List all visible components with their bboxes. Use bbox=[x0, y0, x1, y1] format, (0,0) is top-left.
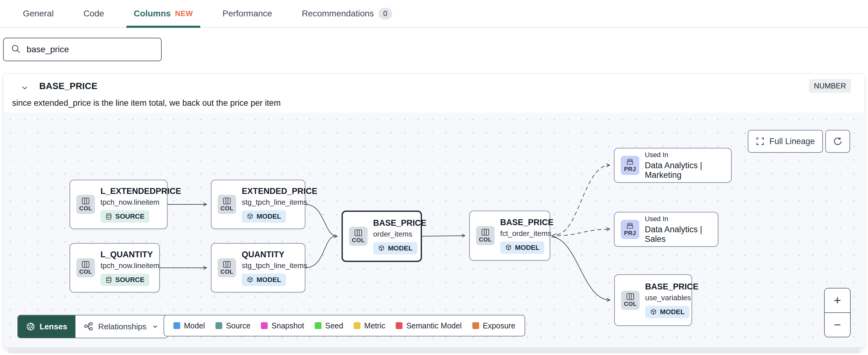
lineage-node-l-extendedprice[interactable]: COL L_EXTENDEDPRICE tpch_now.lineitem SO… bbox=[69, 180, 167, 229]
col-badge: COL bbox=[76, 195, 95, 214]
lineage-edges bbox=[4, 113, 865, 347]
legend-item-seed: Seed bbox=[315, 321, 343, 330]
node-title: EXTENDED_PRICE bbox=[242, 186, 317, 196]
node-title: L_QUANTITY bbox=[100, 250, 153, 260]
columns-icon bbox=[82, 261, 90, 268]
aperture-icon bbox=[26, 322, 35, 331]
lineage-canvas[interactable]: COL L_EXTENDEDPRICE tpch_now.lineitem SO… bbox=[4, 113, 865, 347]
legend-swatch bbox=[174, 322, 180, 329]
node-title: BASE_PRICE bbox=[645, 282, 699, 292]
tab-bar: General Code Columns NEW Performance Rec… bbox=[0, 0, 868, 28]
model-tag: MODEL bbox=[242, 210, 286, 223]
source-tag: SOURCE bbox=[100, 210, 149, 223]
full-lineage-button[interactable]: Full Lineage bbox=[748, 130, 823, 153]
lineage-node-extended-price[interactable]: COL EXTENDED_PRICE stg_tpch_line_items M… bbox=[211, 180, 305, 229]
legend-swatch bbox=[353, 322, 361, 329]
prj-badge: PRJ bbox=[621, 156, 639, 175]
lineage-node-base-price-use-variables[interactable]: COL BASE_PRICE use_variables MODEL bbox=[614, 274, 692, 326]
search-input[interactable]: base_price bbox=[3, 38, 162, 61]
node-subtitle: tpch_now.lineitem bbox=[100, 261, 159, 270]
model-tag: MODEL bbox=[242, 274, 286, 286]
model-tag: MODEL bbox=[645, 306, 689, 318]
zoom-in-button[interactable]: + bbox=[825, 289, 850, 313]
prj-badge-label: PRJ bbox=[624, 230, 636, 237]
used-in-name: Data Analytics | Sales bbox=[645, 225, 712, 244]
tag-label: MODEL bbox=[660, 308, 684, 316]
tag-label: MODEL bbox=[515, 244, 539, 252]
chevron-down-icon bbox=[152, 323, 159, 330]
legend-item-model: Model bbox=[174, 321, 205, 330]
col-badge: COL bbox=[621, 291, 640, 310]
chevron-down-icon[interactable] bbox=[21, 84, 29, 93]
lineage-node-base-price-fct-order-items[interactable]: COL BASE_PRICE fct_order_items MODEL bbox=[469, 211, 550, 261]
tab-code[interactable]: Code bbox=[76, 0, 112, 27]
columns-icon bbox=[354, 229, 362, 237]
lineage-node-l-quantity[interactable]: COL L_QUANTITY tpch_now.lineitem SOURCE bbox=[69, 243, 160, 293]
legend-swatch bbox=[396, 322, 402, 329]
refresh-button[interactable] bbox=[825, 130, 850, 153]
col-badge: COL bbox=[476, 226, 495, 245]
node-subtitle: tpch_now.lineitem bbox=[100, 198, 159, 207]
node-title: BASE_PRICE bbox=[373, 218, 427, 228]
search-value: base_price bbox=[27, 45, 69, 54]
lineage-node-base-price-order-items[interactable]: COL BASE_PRICE order_items MODEL bbox=[342, 211, 422, 262]
col-badge-label: COL bbox=[220, 268, 234, 275]
zoom-controls: + − bbox=[824, 288, 851, 337]
col-badge-label: COL bbox=[352, 237, 365, 244]
node-subtitle: fct_order_items bbox=[500, 229, 551, 238]
database-icon bbox=[105, 276, 112, 283]
col-badge-label: COL bbox=[220, 205, 234, 212]
legend-item-metric: Metric bbox=[353, 321, 385, 330]
tag-label: MODEL bbox=[256, 276, 281, 284]
recommendations-count-badge: 0 bbox=[378, 8, 392, 20]
used-in-label: Used In bbox=[645, 215, 668, 223]
search-icon bbox=[10, 43, 21, 55]
lineage-node-used-in-marketing[interactable]: PRJ Used In Data Analytics | Marketing bbox=[614, 148, 732, 183]
cube-icon bbox=[650, 308, 657, 316]
model-tag: MODEL bbox=[373, 242, 417, 255]
tag-label: MODEL bbox=[256, 212, 281, 220]
prj-badge: PRJ bbox=[621, 220, 639, 239]
graph-icon bbox=[84, 322, 93, 331]
tab-columns[interactable]: Columns NEW bbox=[126, 0, 200, 27]
tab-performance-label: Performance bbox=[223, 9, 272, 19]
tab-general-label: General bbox=[23, 9, 54, 19]
col-badge: COL bbox=[349, 227, 368, 246]
legend-swatch bbox=[472, 322, 479, 329]
columns-icon bbox=[223, 197, 231, 205]
legend-item-semantic-model: Semantic Model bbox=[396, 321, 462, 330]
tag-label: MODEL bbox=[388, 244, 412, 252]
tab-general[interactable]: General bbox=[16, 0, 61, 27]
col-badge-label: COL bbox=[479, 236, 492, 243]
column-header: BASE_PRICE NUMBER since extended_price i… bbox=[3, 73, 865, 113]
relationships-selector[interactable]: Relationships bbox=[75, 316, 167, 338]
legend-swatch bbox=[261, 322, 268, 329]
source-tag: SOURCE bbox=[100, 274, 149, 286]
project-icon bbox=[626, 222, 634, 230]
lineage-node-used-in-sales[interactable]: PRJ Used In Data Analytics | Sales bbox=[614, 212, 718, 247]
columns-icon bbox=[223, 261, 231, 268]
tab-recommendations[interactable]: Recommendations 0 bbox=[294, 0, 400, 27]
node-title: L_EXTENDEDPRICE bbox=[100, 186, 181, 196]
prj-badge-label: PRJ bbox=[624, 166, 636, 173]
columns-icon bbox=[626, 293, 634, 300]
col-badge-label: COL bbox=[624, 301, 637, 307]
fullscreen-icon bbox=[756, 137, 765, 146]
legend-swatch bbox=[315, 322, 321, 329]
node-subtitle: order_items bbox=[373, 230, 412, 238]
lineage-node-quantity[interactable]: COL QUANTITY stg_tpch_line_items MODEL bbox=[211, 243, 305, 293]
node-title: BASE_PRICE bbox=[500, 218, 554, 227]
horizontal-scrollbar[interactable] bbox=[8, 348, 860, 353]
column-type-badge: NUMBER bbox=[809, 79, 851, 93]
legend-swatch bbox=[215, 322, 222, 329]
col-badge: COL bbox=[218, 258, 236, 277]
column-panel: BASE_PRICE NUMBER since extended_price i… bbox=[3, 73, 865, 348]
lenses-button[interactable]: Lenses bbox=[18, 316, 75, 338]
legend-item-source: Source bbox=[215, 321, 250, 330]
zoom-out-button[interactable]: − bbox=[825, 313, 850, 337]
tab-performance[interactable]: Performance bbox=[215, 0, 279, 27]
column-description: since extended_price is the line item to… bbox=[12, 98, 281, 108]
node-title: QUANTITY bbox=[242, 250, 284, 260]
tag-label: SOURCE bbox=[115, 276, 144, 284]
tag-label: SOURCE bbox=[115, 212, 144, 220]
